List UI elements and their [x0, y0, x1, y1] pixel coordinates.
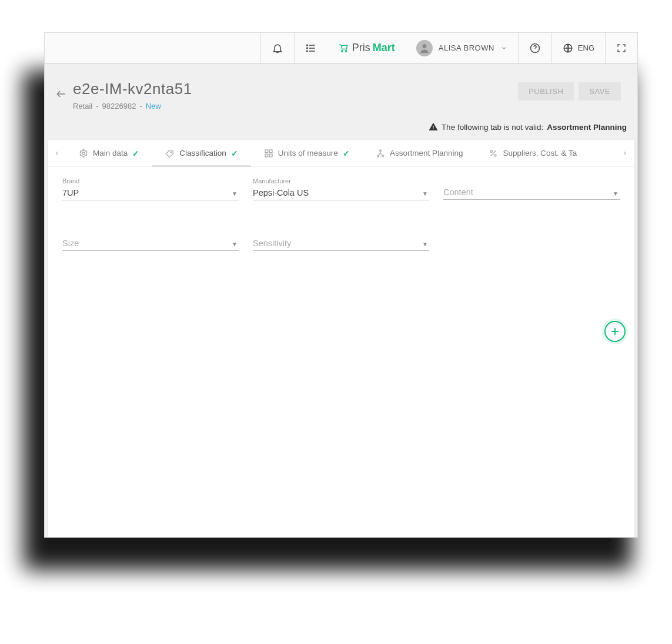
check-icon: ✓ [231, 149, 238, 158]
svg-point-3 [306, 45, 307, 46]
svg-point-18 [377, 155, 379, 157]
svg-point-4 [306, 48, 307, 49]
content-input[interactable] [443, 185, 620, 200]
tab-label: Suppliers, Cost. & Ta [503, 149, 577, 157]
svg-point-5 [306, 51, 307, 52]
tab-assortment-planning[interactable]: Assortment Planning [363, 140, 476, 166]
svg-point-21 [490, 150, 492, 152]
tabs-scroll-left[interactable] [48, 140, 66, 166]
breadcrumb-status: New [146, 102, 161, 110]
notifications-button[interactable] [260, 33, 294, 63]
page-title: e2e-IM-kv2nta51 [73, 80, 512, 98]
svg-point-6 [422, 44, 426, 48]
validation-warning: The following tab is not valid: Assortme… [45, 118, 637, 140]
chevron-left-icon [54, 150, 61, 157]
tab-main-data[interactable]: Main data ✓ [66, 140, 152, 166]
content-field[interactable]: ▼ [443, 177, 620, 200]
manufacturer-field[interactable]: Manufacturer ▼ [253, 177, 429, 200]
warning-text: The following tab is not valid: [442, 123, 543, 132]
sensitivity-input[interactable] [253, 236, 429, 251]
tab-suppliers-cost[interactable]: Suppliers, Cost. & Ta [476, 140, 590, 166]
avatar [416, 40, 433, 56]
content-card: Main data ✓ Classification ✓ Units of me… [48, 140, 634, 537]
logo-text-pris: Pris [352, 42, 370, 54]
tag-icon [165, 149, 175, 158]
save-button[interactable]: SAVE [579, 82, 621, 100]
app-window: PrisMart ALISA BROWN ENG [44, 32, 638, 538]
field-label: Manufacturer [253, 177, 429, 185]
percent-icon [489, 149, 498, 158]
globe-icon [563, 43, 573, 53]
tab-label: Assortment Planning [390, 149, 463, 157]
brand-input[interactable] [62, 186, 239, 200]
bell-icon [272, 42, 283, 54]
chevron-down-icon [500, 45, 507, 52]
menu-list-button[interactable] [294, 33, 327, 63]
fullscreen-icon [616, 43, 627, 53]
brand-field[interactable]: Brand ▼ [62, 177, 239, 200]
svg-rect-14 [269, 150, 272, 153]
svg-point-10 [433, 129, 434, 130]
field-label: Brand [62, 177, 239, 185]
breadcrumb-id: 98226982 [102, 102, 136, 110]
cart-icon [338, 43, 349, 53]
svg-point-11 [82, 152, 85, 155]
list-icon [305, 42, 317, 54]
user-menu[interactable]: ALISA BROWN [406, 33, 518, 63]
tab-label: Units of measure [278, 149, 338, 157]
page-header: e2e-IM-kv2nta51 Retail - 98226982 - New … [45, 63, 637, 118]
language-selector[interactable]: ENG [551, 33, 605, 63]
size-input[interactable] [62, 236, 239, 251]
add-fab-button[interactable] [604, 321, 626, 342]
grid-icon [264, 149, 273, 158]
chevron-right-icon [621, 150, 628, 157]
fullscreen-button[interactable] [605, 33, 637, 63]
tab-units-of-measure[interactable]: Units of measure ✓ [251, 140, 363, 166]
tabs-scroll-right[interactable] [616, 140, 634, 166]
svg-rect-15 [265, 154, 268, 157]
sensitivity-field[interactable]: ▼ [253, 229, 429, 251]
svg-rect-16 [269, 154, 272, 157]
tab-classification[interactable]: Classification ✓ [152, 140, 251, 166]
check-icon: ✓ [132, 149, 139, 158]
svg-point-12 [170, 152, 172, 153]
svg-point-22 [494, 154, 496, 156]
tab-label: Classification [179, 149, 226, 157]
breadcrumb-category: Retail [73, 102, 92, 110]
warning-tab-name: Assortment Planning [547, 123, 627, 132]
help-icon [529, 42, 541, 54]
topbar: PrisMart ALISA BROWN ENG [45, 33, 637, 63]
breadcrumb: Retail - 98226982 - New [73, 102, 512, 110]
back-button[interactable] [55, 80, 67, 102]
tab-label: Main data [93, 149, 128, 157]
svg-point-19 [382, 155, 384, 157]
svg-point-17 [380, 150, 382, 152]
classification-form: Brand ▼ Manufacturer ▼ ▼ ▼ ▼ [48, 167, 634, 261]
tab-strip: Main data ✓ Classification ✓ Units of me… [48, 140, 634, 167]
plus-icon [609, 326, 621, 337]
warning-icon [429, 122, 438, 132]
hierarchy-icon [376, 149, 385, 158]
arrow-left-icon [55, 88, 67, 100]
language-label: ENG [578, 43, 594, 52]
gear-icon [79, 149, 88, 158]
size-field[interactable]: ▼ [62, 229, 239, 251]
person-icon [419, 42, 430, 54]
app-logo[interactable]: PrisMart [327, 33, 406, 63]
help-button[interactable] [518, 33, 551, 63]
check-icon: ✓ [343, 149, 350, 158]
publish-button[interactable]: PUBLISH [518, 82, 574, 100]
logo-text-mart: Mart [373, 42, 395, 54]
svg-line-20 [491, 150, 496, 156]
svg-rect-13 [265, 150, 268, 153]
manufacturer-input[interactable] [253, 186, 429, 200]
user-name: ALISA BROWN [439, 43, 494, 52]
